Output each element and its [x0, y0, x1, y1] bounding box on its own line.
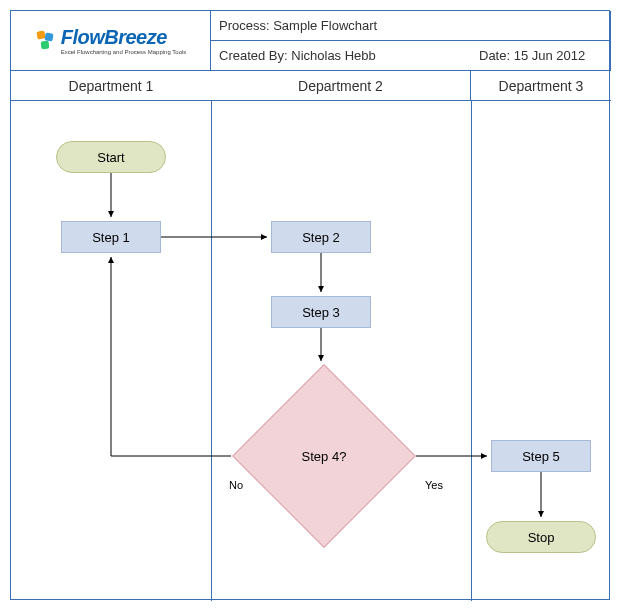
flowbreeze-logo-icon: [35, 29, 57, 53]
logo-name: FlowBreeze: [61, 26, 187, 49]
start-node: Start: [56, 141, 166, 173]
logo-cell: FlowBreeze Excel Flowcharting and Proces…: [11, 11, 211, 71]
lane-header-3: Department 3: [471, 71, 611, 101]
lane-header-2: Department 2: [211, 71, 471, 101]
svg-rect-0: [36, 30, 45, 39]
step3-node: Step 3: [271, 296, 371, 328]
step2-node: Step 2: [271, 221, 371, 253]
date-cell: Date: 15 Jun 2012: [471, 41, 611, 71]
edge-label-yes: Yes: [425, 479, 443, 491]
svg-rect-1: [44, 32, 53, 41]
header-grid: FlowBreeze Excel Flowcharting and Proces…: [11, 11, 609, 101]
edge-label-no: No: [229, 479, 243, 491]
svg-rect-2: [40, 40, 49, 49]
flowchart-frame: FlowBreeze Excel Flowcharting and Proces…: [10, 10, 610, 600]
logo-tagline: Excel Flowcharting and Process Mapping T…: [61, 49, 187, 55]
process-title: Process: Sample Flowchart: [211, 11, 611, 41]
lane-divider-1: [211, 101, 212, 601]
step4-decision: [232, 364, 416, 548]
logo: FlowBreeze Excel Flowcharting and Proces…: [35, 26, 187, 55]
stop-node: Stop: [486, 521, 596, 553]
flowchart-canvas: Start Step 1 Step 2 Step 3 Step 4? Step …: [11, 101, 609, 601]
lane-header-1: Department 1: [11, 71, 211, 101]
step1-node: Step 1: [61, 221, 161, 253]
created-by: Created By: Nicholas Hebb: [211, 41, 471, 71]
lane-divider-2: [471, 101, 472, 601]
step5-node: Step 5: [491, 440, 591, 472]
